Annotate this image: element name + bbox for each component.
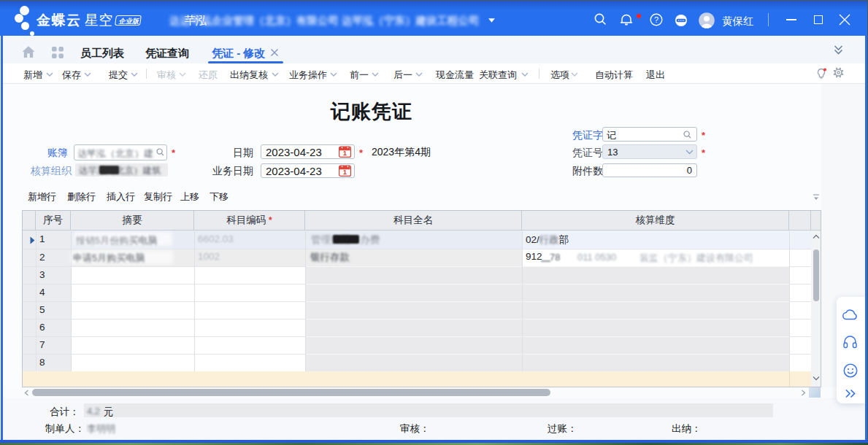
svg-text:?: ? <box>654 15 658 24</box>
svg-text:1: 1 <box>343 149 347 157</box>
svg-text:1: 1 <box>343 168 347 176</box>
